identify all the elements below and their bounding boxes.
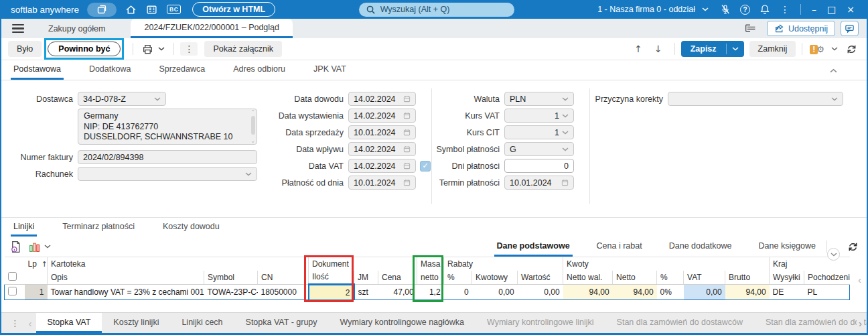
share-button[interactable]: Udostępnij [767, 21, 835, 36]
col-ilosc[interactable]: Ilość [309, 271, 354, 285]
outline-panel-icon[interactable] [744, 23, 757, 34]
navigate-down-icon[interactable]: ↓ [654, 44, 662, 54]
tab-wymiary-kontrolingowe-naglowka[interactable]: Wymiary kontrolingowe nagłówka [329, 313, 476, 333]
cell-kwotowy[interactable]: 0,00 [472, 285, 518, 300]
tab-zakupy-ogolem[interactable]: Zakupy ogółem [33, 24, 120, 34]
col-wartosc[interactable]: Wartość [518, 271, 563, 285]
cell-vat[interactable]: 0,00 [684, 285, 725, 300]
save-options-chevron[interactable] [726, 44, 744, 54]
tab-dodatkowa[interactable]: Dodatkowa [86, 60, 134, 80]
bottom-scroll-right-icon[interactable]: › [857, 313, 864, 333]
tab-koszty-dowodu[interactable]: Koszty dowodu [160, 218, 222, 237]
show-attachment-button[interactable]: Pokaż załącznik [204, 41, 282, 57]
symbol-platnosci-select[interactable]: G [504, 142, 574, 156]
comment-button[interactable] [841, 21, 859, 36]
more-options-icon[interactable]: ⋮ [780, 4, 790, 15]
bottom-scroll-left-icon[interactable]: ‹ [29, 318, 32, 329]
termin-platnosci-input[interactable]: 10.01.2024 [504, 176, 574, 190]
sort-asc-icon[interactable]: ↑ [42, 260, 48, 269]
tab-wymiary-kontrolingowe-linijki[interactable]: Wymiary kontrolingowe linijki [476, 313, 605, 333]
grid-refresh-icon[interactable] [847, 241, 859, 253]
dni-platnosci-input[interactable]: 0 [504, 159, 574, 173]
data-wystawienia-input[interactable]: 14.02.2024 [348, 109, 416, 123]
tab-stan-dla-zamowien[interactable]: Stan dla zamówień do dostawców [605, 313, 754, 333]
cell-jm[interactable]: szt [354, 285, 378, 300]
navigate-up-icon[interactable]: ↑ [634, 44, 642, 54]
tab-linijki[interactable]: Linijki [11, 218, 37, 237]
cell-masa-netto[interactable]: 1,2 [417, 285, 444, 300]
col-proc[interactable]: % [657, 271, 684, 285]
cell-opis[interactable]: Towar handlowy VAT = 23% z cechami 001 [48, 285, 204, 300]
dostawca-select[interactable]: 34-D-078-Z [78, 92, 166, 106]
bylo-button[interactable]: Było [8, 41, 42, 57]
data-wplywu-input[interactable]: 14.02.2024 [348, 142, 416, 156]
col-vat[interactable]: VAT [684, 271, 725, 285]
tab-document-active[interactable]: 2024/FZUEK/022/000001 – Podgląd [131, 19, 293, 38]
tab-stopka-vat-grupy[interactable]: Stopka VAT - grupy [234, 313, 329, 333]
tab-adres-odbioru[interactable]: Adres odbioru [230, 60, 288, 80]
cell-rabat-proc[interactable]: 0 [444, 285, 472, 300]
workspace-pill[interactable] [87, 3, 117, 17]
cell-cn[interactable]: 18050000 [258, 285, 309, 300]
supplier-address-box[interactable]: Germany NIP: DE 413762770 DUSSELDORF, SC… [78, 109, 257, 145]
col-wysylki[interactable]: Wysyłki [770, 271, 804, 285]
news-icon[interactable] [146, 4, 157, 15]
tab-linijki-cech[interactable]: Linijki cech [170, 313, 234, 333]
bc-icon[interactable]: BC [167, 5, 181, 14]
global-search[interactable] [359, 3, 514, 17]
kurs-cit-select[interactable]: 1 [504, 125, 574, 139]
col-symbol[interactable]: Symbol [204, 271, 258, 285]
search-input[interactable] [380, 5, 508, 14]
microphone-off-icon[interactable] [720, 4, 731, 15]
select-all-checkbox[interactable] [8, 272, 17, 281]
table-row[interactable]: 1 Towar handlowy VAT = 23% z cechami 001… [5, 285, 850, 300]
save-button[interactable]: Zapisz [681, 41, 744, 57]
tab-cena-i-rabat[interactable]: Cena i rabat [594, 237, 645, 257]
cell-wartosc[interactable]: 0,00 [518, 285, 563, 300]
collapse-form-icon[interactable] [830, 66, 837, 75]
cell-ilosc-selected[interactable]: 2 [309, 285, 354, 300]
bottom-more-icon[interactable]: ⋮ [11, 318, 19, 328]
tab-sprzedawca[interactable]: Sprzedawca [156, 60, 208, 80]
col-jm[interactable]: JM [354, 271, 378, 285]
data-vat-checkbox[interactable]: ✓ [420, 161, 431, 172]
row-checkbox[interactable] [8, 287, 17, 295]
tab-stopka-vat[interactable]: Stopka VAT [36, 313, 102, 333]
maximize-button[interactable]: □ [827, 4, 836, 15]
col-rabat-proc[interactable]: % [444, 271, 472, 285]
cell-proc[interactable]: 0% [657, 285, 684, 300]
przyczyna-korekty-select[interactable] [668, 92, 843, 106]
col-cena[interactable]: Cena [378, 271, 417, 285]
col-netto-wal[interactable]: Netto wal. [563, 271, 613, 285]
cell-brutto[interactable]: 94,00 [725, 285, 770, 300]
col-masa-netto[interactable]: netto [417, 271, 444, 285]
cell-cena[interactable]: 47,00 [378, 285, 417, 300]
bell-icon[interactable] [760, 4, 770, 15]
chevron-down-icon[interactable] [831, 47, 838, 51]
minimize-button[interactable]: – [812, 4, 816, 15]
tab-terminarz-platnosci[interactable]: Terminarz płatności [60, 218, 137, 237]
data-vat-input[interactable]: 14.02.2024 [348, 159, 416, 173]
platnosc-od-dnia-input[interactable]: 10.01.2024 [348, 176, 416, 190]
close-button[interactable]: × [847, 4, 855, 15]
warning-settings-icon[interactable]: ! ⚙ [810, 44, 824, 54]
collapse-grid-icon[interactable] [827, 248, 840, 261]
close-document-button[interactable]: Zamknij [749, 41, 796, 57]
tab-podstawowa[interactable]: Podstawowa [11, 60, 64, 80]
rachunek-select[interactable] [78, 167, 257, 181]
col-brutto[interactable]: Brutto [725, 271, 770, 285]
help-icon[interactable]: ? [740, 5, 750, 15]
cell-pochodzenia[interactable]: PL [804, 285, 850, 300]
scrollbar-thumb[interactable] [251, 116, 255, 135]
waluta-select[interactable]: PLN [504, 92, 574, 106]
cell-symbol[interactable]: TOWA-23P-C-001 [204, 285, 258, 300]
tab-jpk-vat[interactable]: JPK VAT [311, 60, 349, 80]
home-icon[interactable] [125, 4, 137, 15]
refresh-icon[interactable] [846, 44, 857, 55]
cell-netto[interactable]: 94,00 [613, 285, 657, 300]
col-opis[interactable]: Opis [48, 271, 204, 285]
open-in-html-button[interactable]: Otwórz w HTML [192, 2, 275, 17]
col-netto[interactable]: Netto [613, 271, 657, 285]
tab-stan-dla-zamowien-dla-dowodu[interactable]: Stan dla zamówień do dostawców (dla dowo [754, 313, 867, 333]
col-kwotowy[interactable]: Kwotowy [472, 271, 518, 285]
